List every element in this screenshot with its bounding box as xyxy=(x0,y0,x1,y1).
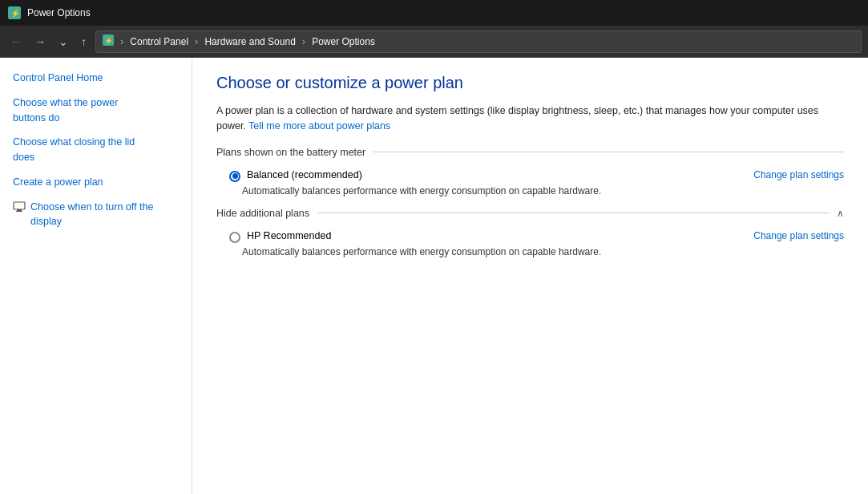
address-icon: ⚡ xyxy=(103,34,114,48)
address-box: ⚡ › Control Panel › Hardware and Sound ›… xyxy=(95,30,862,53)
svg-rect-4 xyxy=(14,202,25,209)
sidebar-link-lid-close[interactable]: Choose what closing the liddoes xyxy=(13,135,179,165)
breadcrumb-sep-2: › xyxy=(195,35,198,47)
learn-more-link[interactable]: Tell me more about power plans xyxy=(248,120,390,132)
balanced-plan-desc: Automatically balances performance with … xyxy=(242,185,844,196)
sidebar-link-turn-off-display[interactable]: Choose when to turn off the display xyxy=(30,200,179,230)
hp-plan-left: HP Recommended xyxy=(229,230,331,243)
breadcrumb-sep-3: › xyxy=(302,35,305,47)
additional-plans-label: Hide additional plans xyxy=(216,208,309,219)
display-icon xyxy=(13,200,26,217)
hp-change-plan-link[interactable]: Change plan settings xyxy=(753,230,844,241)
battery-plans-line xyxy=(373,152,844,152)
battery-plans-header: Plans shown on the battery meter xyxy=(216,147,844,158)
sidebar: Control Panel Home Choose what the power… xyxy=(0,58,192,494)
page-description: A power plan is a collection of hardware… xyxy=(216,103,844,134)
hp-plan-desc: Automatically balances performance with … xyxy=(242,246,844,257)
additional-plans-header: Hide additional plans ∧ xyxy=(216,208,844,219)
battery-plans-label: Plans shown on the battery meter xyxy=(216,147,365,158)
balanced-radio[interactable] xyxy=(229,171,240,182)
page-title: Choose or customize a power plan xyxy=(216,74,844,92)
svg-rect-5 xyxy=(17,209,22,211)
balanced-plan-name[interactable]: Balanced (recommended) xyxy=(247,169,362,180)
back-button[interactable]: ← xyxy=(6,32,26,51)
breadcrumb-hardware-sound[interactable]: Hardware and Sound xyxy=(204,36,295,47)
titlebar: ⚡ Power Options xyxy=(0,0,868,26)
breadcrumb-sep-1: › xyxy=(120,35,123,47)
balanced-change-plan-link[interactable]: Change plan settings xyxy=(753,169,844,180)
hp-plan-row: HP Recommended Change plan settings xyxy=(216,230,844,243)
main-layout: Control Panel Home Choose what the power… xyxy=(0,58,868,494)
dropdown-button[interactable]: ⌄ xyxy=(55,32,72,51)
sidebar-link-power-buttons[interactable]: Choose what the powerbuttons do xyxy=(13,95,179,126)
breadcrumb-power-options[interactable]: Power Options xyxy=(312,36,375,47)
breadcrumb-control-panel[interactable]: Control Panel xyxy=(130,36,188,47)
sidebar-link-display-wrap: Choose when to turn off the display xyxy=(13,200,179,230)
sidebar-home-link[interactable]: Control Panel Home xyxy=(13,71,179,86)
hp-radio[interactable] xyxy=(229,232,240,243)
content-area: Choose or customize a power plan A power… xyxy=(192,58,868,494)
hp-plan-name[interactable]: HP Recommended xyxy=(247,230,331,241)
titlebar-title: Power Options xyxy=(27,7,91,18)
up-button[interactable]: ↑ xyxy=(77,32,91,51)
svg-text:⚡: ⚡ xyxy=(104,36,114,46)
addressbar: ← → ⌄ ↑ ⚡ › Control Panel › Hardware and… xyxy=(0,26,868,58)
forward-button[interactable]: → xyxy=(30,32,50,51)
additional-plans-line xyxy=(317,213,829,213)
hide-arrow[interactable]: ∧ xyxy=(837,208,844,219)
svg-text:⚡: ⚡ xyxy=(10,8,21,18)
sidebar-link-create-plan[interactable]: Create a power plan xyxy=(13,175,179,190)
svg-rect-6 xyxy=(16,211,22,212)
titlebar-icon: ⚡ xyxy=(8,6,21,19)
balanced-plan-row: Balanced (recommended) Change plan setti… xyxy=(216,169,844,182)
balanced-plan-left: Balanced (recommended) xyxy=(229,169,362,182)
